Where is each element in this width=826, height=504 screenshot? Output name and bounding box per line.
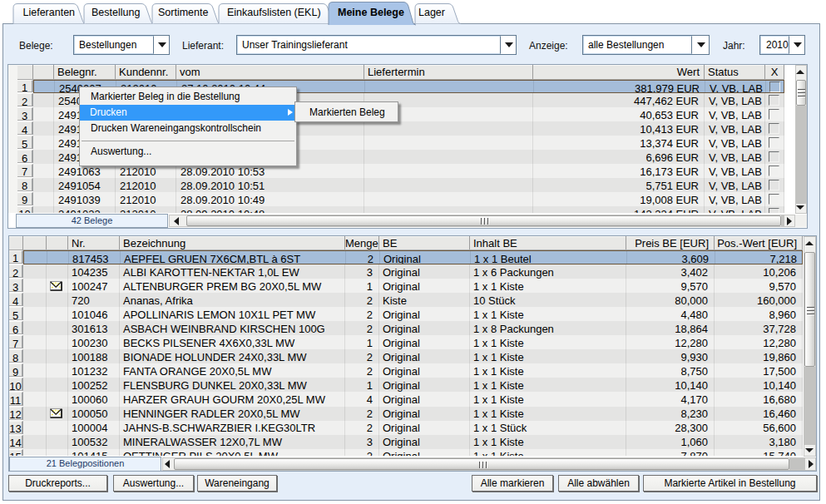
svg-text:Einkaufslisten (EKL): Einkaufslisten (EKL): [227, 7, 321, 18]
svg-text:Lieferanten: Lieferanten: [23, 7, 76, 18]
svg-text:Sortimente: Sortimente: [158, 7, 208, 18]
svg-text:Bestellung: Bestellung: [92, 7, 140, 18]
svg-text:Lager: Lager: [418, 7, 445, 18]
svg-text:Meine Belege: Meine Belege: [338, 7, 404, 18]
